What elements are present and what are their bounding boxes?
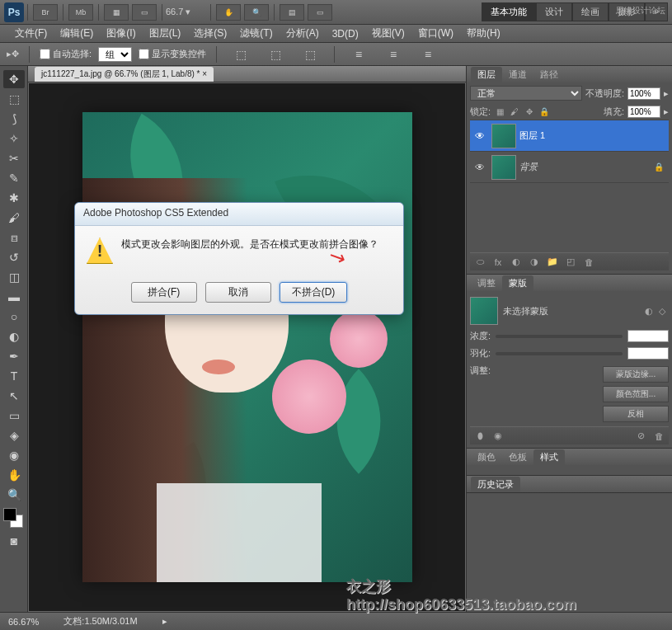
hand-tool-icon[interactable]: ✋ bbox=[216, 4, 241, 21]
pixel-mask-icon[interactable]: ◐ bbox=[642, 306, 656, 317]
chevron-right-icon[interactable]: ▸ bbox=[664, 106, 669, 117]
invert-button[interactable]: 反相 bbox=[603, 406, 669, 422]
new-layer-icon[interactable]: ◰ bbox=[564, 256, 577, 267]
adjustment-icon[interactable]: ◑ bbox=[528, 256, 541, 267]
feather-slider[interactable] bbox=[496, 352, 623, 355]
align-icon[interactable]: ⬚ bbox=[265, 45, 286, 63]
menu-edit[interactable]: 编辑(E) bbox=[54, 25, 100, 42]
folder-icon[interactable]: 📁 bbox=[546, 256, 559, 267]
tab-history[interactable]: 历史记录 bbox=[471, 477, 520, 492]
chevron-right-icon[interactable]: ▸ bbox=[162, 616, 167, 627]
tab-paths[interactable]: 路径 bbox=[533, 67, 565, 82]
menu-select[interactable]: 选择(S) bbox=[187, 25, 233, 42]
workspace-design[interactable]: 设计 bbox=[536, 2, 572, 21]
density-slider[interactable] bbox=[496, 335, 623, 338]
trash-icon[interactable]: 🗑 bbox=[582, 257, 595, 267]
path-tool[interactable]: ↖ bbox=[3, 387, 25, 405]
zoom-level[interactable]: 66.7 ▾ bbox=[166, 7, 207, 17]
link-icon[interactable]: ⬭ bbox=[473, 256, 486, 267]
dont-flatten-button[interactable]: 不拼合(D) bbox=[280, 282, 348, 303]
distribute-icon[interactable]: ≡ bbox=[348, 45, 369, 63]
density-input[interactable] bbox=[627, 330, 669, 342]
flatten-button[interactable]: 拼合(F) bbox=[131, 282, 197, 303]
move-tool[interactable]: ✥ bbox=[3, 70, 25, 88]
layer-name[interactable]: 图层 1 bbox=[519, 129, 667, 142]
disable-mask-icon[interactable]: ⊘ bbox=[634, 430, 647, 441]
crop-tool[interactable]: ✂ bbox=[3, 149, 25, 167]
menu-image[interactable]: 图像(I) bbox=[100, 25, 142, 42]
trash-icon[interactable]: 🗑 bbox=[652, 431, 665, 441]
history-brush-tool[interactable]: ↺ bbox=[3, 248, 25, 266]
bridge-button[interactable]: Br bbox=[33, 4, 58, 21]
menu-3d[interactable]: 3D(D) bbox=[326, 26, 365, 41]
screenmode2-icon[interactable]: ▭ bbox=[308, 4, 332, 21]
tab-swatches[interactable]: 色板 bbox=[502, 449, 533, 465]
zoom-tool-icon[interactable]: 🔍 bbox=[244, 4, 269, 21]
screenmode-icon[interactable]: ▭ bbox=[132, 4, 157, 21]
quickmask-tool[interactable]: ◙ bbox=[3, 532, 25, 550]
lock-transparency-icon[interactable]: ▦ bbox=[494, 106, 505, 118]
distribute-icon[interactable]: ≡ bbox=[383, 45, 404, 63]
blend-mode-select[interactable]: 正常 bbox=[470, 86, 582, 101]
status-doc[interactable]: 文档:1.50M/3.01M bbox=[63, 615, 137, 628]
marquee-tool[interactable]: ⬚ bbox=[3, 90, 25, 108]
brush-tool[interactable]: 🖌 bbox=[3, 209, 25, 227]
status-zoom[interactable]: 66.67% bbox=[8, 617, 39, 627]
layer-row[interactable]: 👁 背景 🔒 bbox=[470, 152, 669, 183]
tab-color[interactable]: 颜色 bbox=[471, 449, 502, 465]
layer-thumbnail[interactable] bbox=[491, 155, 516, 180]
viewmode-icon[interactable]: ▦ bbox=[104, 4, 129, 21]
layer-row[interactable]: 👁 图层 1 bbox=[470, 120, 669, 152]
menu-file[interactable]: 文件(F) bbox=[8, 25, 54, 42]
menu-layer[interactable]: 图层(L) bbox=[143, 25, 188, 42]
fx-icon[interactable]: fx bbox=[491, 257, 505, 267]
tab-adjustments[interactable]: 调整 bbox=[471, 275, 502, 291]
chevron-right-icon[interactable]: ▸ bbox=[664, 88, 669, 99]
ps-logo-icon[interactable]: Ps bbox=[4, 2, 24, 22]
shape-tool[interactable]: ▭ bbox=[3, 407, 25, 425]
lock-all-icon[interactable]: 🔒 bbox=[538, 106, 550, 118]
show-transform-checkbox[interactable]: 显示变换控件 bbox=[139, 48, 206, 60]
minibridge-button[interactable]: Mb bbox=[68, 4, 93, 21]
hand-tool[interactable]: ✋ bbox=[3, 466, 25, 484]
stamp-tool[interactable]: ⧈ bbox=[3, 228, 25, 247]
lasso-tool[interactable]: ⟆ bbox=[3, 110, 25, 128]
workspace-painting[interactable]: 绘画 bbox=[572, 2, 609, 21]
color-picker[interactable] bbox=[3, 508, 23, 528]
opacity-input[interactable] bbox=[627, 87, 660, 100]
zoom-tool[interactable]: 🔍 bbox=[3, 486, 25, 504]
blur-tool[interactable]: ○ bbox=[3, 308, 25, 326]
canvas-viewport[interactable] bbox=[28, 82, 466, 612]
layer-name[interactable]: 背景 bbox=[519, 161, 654, 173]
tab-layers[interactable]: 图层 bbox=[471, 67, 502, 82]
close-icon[interactable]: × bbox=[202, 69, 207, 78]
align-icon[interactable]: ⬚ bbox=[299, 45, 321, 63]
healing-tool[interactable]: ✱ bbox=[3, 189, 25, 207]
layer-thumbnail[interactable] bbox=[491, 124, 516, 148]
color-range-button[interactable]: 颜色范围... bbox=[603, 386, 669, 402]
lock-pixels-icon[interactable]: 🖌 bbox=[509, 106, 520, 118]
menu-view[interactable]: 视图(V) bbox=[365, 25, 411, 42]
feather-input[interactable] bbox=[627, 347, 669, 360]
mask-thumbnail[interactable] bbox=[470, 297, 498, 325]
menu-filter[interactable]: 滤镜(T) bbox=[233, 25, 279, 42]
pen-tool[interactable]: ✒ bbox=[3, 347, 25, 365]
menu-analysis[interactable]: 分析(A) bbox=[280, 25, 326, 42]
auto-select-checkbox[interactable]: 自动选择: bbox=[40, 48, 92, 60]
type-tool[interactable]: T bbox=[3, 367, 25, 385]
workspace-essentials[interactable]: 基本功能 bbox=[482, 2, 536, 21]
3d-camera-tool[interactable]: ◉ bbox=[3, 446, 25, 464]
foreground-color[interactable] bbox=[3, 508, 16, 521]
load-selection-icon[interactable]: ⬮ bbox=[473, 430, 486, 441]
mask-edge-button[interactable]: 蒙版边缘... bbox=[603, 366, 669, 383]
menu-help[interactable]: 帮助(H) bbox=[460, 25, 507, 42]
document-tab[interactable]: jc111227_1a.jpg @ 66.7% (图层 1, Lab/8) * … bbox=[35, 67, 214, 82]
vector-mask-icon[interactable]: ◇ bbox=[656, 306, 669, 317]
tab-masks[interactable]: 蒙版 bbox=[502, 275, 533, 291]
gradient-tool[interactable]: ▬ bbox=[3, 288, 25, 306]
eraser-tool[interactable]: ◫ bbox=[3, 268, 25, 286]
mask-icon[interactable]: ◐ bbox=[510, 256, 523, 267]
fill-input[interactable] bbox=[627, 106, 660, 118]
visibility-icon[interactable]: 👁 bbox=[472, 130, 488, 142]
apply-mask-icon[interactable]: ◉ bbox=[491, 430, 505, 441]
